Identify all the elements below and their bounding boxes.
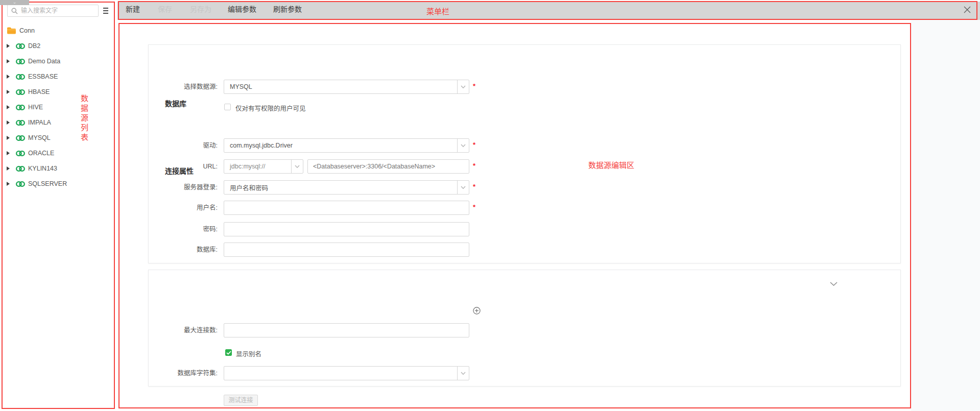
password-input[interactable] [224, 222, 469, 236]
tree-root-conn[interactable]: Conn [0, 26, 113, 36]
tree-item-label: MYSQL [28, 134, 51, 141]
menu-item-save[interactable]: 保存 [158, 0, 172, 18]
datasource-select[interactable]: MYSQL [224, 80, 469, 94]
tree-item-label: IMPALA [28, 119, 51, 126]
server-login-value: 用户名和密码 [224, 183, 457, 192]
database-name-input[interactable] [224, 243, 469, 257]
tree-item-label: HIVE [28, 104, 43, 111]
menu-item-new[interactable]: 新建 [126, 0, 140, 18]
url-label: URL: [149, 159, 218, 174]
search-icon [11, 8, 18, 14]
required-marker: * [473, 183, 475, 190]
chevron-down-icon [457, 80, 469, 93]
menu-item-save-as[interactable]: 另存为 [190, 0, 211, 18]
expand-arrow-icon[interactable] [7, 182, 10, 186]
charset-select[interactable] [224, 366, 469, 380]
required-marker: * [473, 141, 475, 149]
visibility-checkbox[interactable] [224, 104, 231, 110]
required-marker: * [473, 162, 475, 170]
url-input[interactable]: <Databaseserver>:3306/<DatabaseName> [307, 159, 469, 174]
sidebar-collapse-tab[interactable]: ⌄ [0, 0, 29, 5]
close-icon [963, 7, 971, 15]
tree-item-kylin143[interactable]: KYLIN143 [0, 163, 113, 174]
folder-icon [7, 27, 16, 35]
show-alias-label: 显示别名 [236, 349, 261, 358]
collapse-chevron-icon[interactable] [830, 279, 838, 288]
tree-item-hive[interactable]: HIVE [0, 102, 113, 112]
tree-item-hbase[interactable]: HBASE [0, 87, 113, 97]
tree-item-label: ORACLE [28, 150, 54, 157]
test-connection-button[interactable]: 测试连接 [224, 395, 258, 406]
tree-item-oracle[interactable]: ORACLE [0, 148, 113, 158]
tree-item-sqlserver[interactable]: SQLSERVER [0, 179, 113, 189]
tree-item-label: KYLIN143 [28, 165, 57, 172]
chevron-down-icon [291, 160, 303, 173]
tree-item-label: ESSBASE [28, 73, 58, 80]
driver-label: 驱动: [149, 138, 218, 153]
expand-arrow-icon[interactable] [7, 105, 10, 109]
close-button[interactable] [963, 6, 971, 16]
expand-arrow-icon[interactable] [7, 59, 10, 63]
connection-link-icon [16, 89, 25, 95]
charset-label: 数据库字符集: [149, 366, 218, 380]
expand-arrow-icon[interactable] [7, 75, 10, 79]
username-label: 用户名: [149, 201, 218, 215]
annotation-edit-area: 数据源编辑区 [588, 159, 634, 170]
server-login-label: 服务器登录: [149, 180, 218, 195]
tree-item-label: DB2 [28, 42, 40, 50]
tree-item-impala[interactable]: IMPALA [0, 117, 113, 128]
tree-item-mysql[interactable]: MYSQL [0, 133, 113, 143]
connection-link-icon [16, 135, 25, 141]
tree-root-label: Conn [19, 27, 35, 34]
password-label: 密码: [149, 222, 218, 236]
max-connections-label: 最大连接数: [149, 323, 218, 337]
connection-link-icon [16, 151, 25, 156]
connection-link-icon [16, 181, 25, 187]
database-section-title: 数据库 [165, 98, 186, 108]
connection-link-icon [16, 43, 25, 49]
tree-item-label: SQLSERVER [28, 180, 67, 187]
required-marker: * [473, 203, 475, 211]
tree-item-db2[interactable]: DB2 [0, 41, 113, 51]
driver-select[interactable]: com.mysql.jdbc.Driver [224, 138, 469, 153]
database-panel: 数据库 连接属性 选择数据源: MYSQL * 仅对有写权限的用户可见 驱动: … [148, 44, 901, 263]
datasource-select-value: MYSQL [224, 83, 457, 90]
max-connections-input[interactable] [224, 323, 469, 337]
chevron-down-icon [457, 139, 469, 152]
expand-arrow-icon[interactable] [7, 44, 10, 48]
chevron-down-icon [457, 367, 469, 380]
server-login-select[interactable]: 用户名和密码 [224, 180, 469, 195]
url-protocol-select[interactable]: jdbc:mysql:// [224, 159, 303, 174]
show-alias-checkbox[interactable] [225, 349, 232, 356]
add-property-button[interactable] [473, 307, 481, 317]
tree-item-essbase[interactable]: ESSBASE [0, 71, 113, 82]
page-background [911, 20, 980, 411]
url-protocol-value: jdbc:mysql:// [224, 163, 291, 170]
search-box [7, 5, 99, 17]
list-menu-button[interactable] [103, 8, 109, 14]
expand-arrow-icon[interactable] [7, 151, 10, 155]
tree-item-label: HBASE [28, 88, 50, 95]
visibility-checkbox-label: 仅对有写权限的用户可见 [235, 103, 306, 113]
tree-item-demo-data[interactable]: Demo Data [0, 56, 113, 66]
menu-item-refresh-params[interactable]: 刷新参数 [273, 0, 302, 18]
search-input[interactable] [21, 7, 100, 14]
annotation-datasource-list: 数据源列表 [80, 94, 88, 143]
tree-item-label: Demo Data [28, 58, 60, 65]
check-icon [226, 351, 231, 355]
expand-arrow-icon[interactable] [7, 120, 10, 125]
connection-link-icon [16, 105, 25, 110]
username-input[interactable] [224, 201, 469, 215]
expand-arrow-icon[interactable] [7, 136, 10, 140]
required-marker: * [473, 82, 475, 90]
menu-item-edit-params[interactable]: 编辑参数 [228, 0, 256, 18]
plus-circle-icon [473, 307, 481, 316]
expand-arrow-icon[interactable] [7, 90, 10, 94]
datasource-label: 选择数据源: [149, 80, 218, 94]
advanced-panel: 高级属性 最大连接数: 显示别名 数据库字符集: [148, 270, 901, 386]
expand-arrow-icon[interactable] [7, 166, 10, 171]
driver-select-value: com.mysql.jdbc.Driver [224, 142, 457, 149]
connection-link-icon [16, 120, 25, 126]
connection-link-icon [16, 59, 25, 64]
database-name-label: 数据库: [149, 243, 218, 257]
